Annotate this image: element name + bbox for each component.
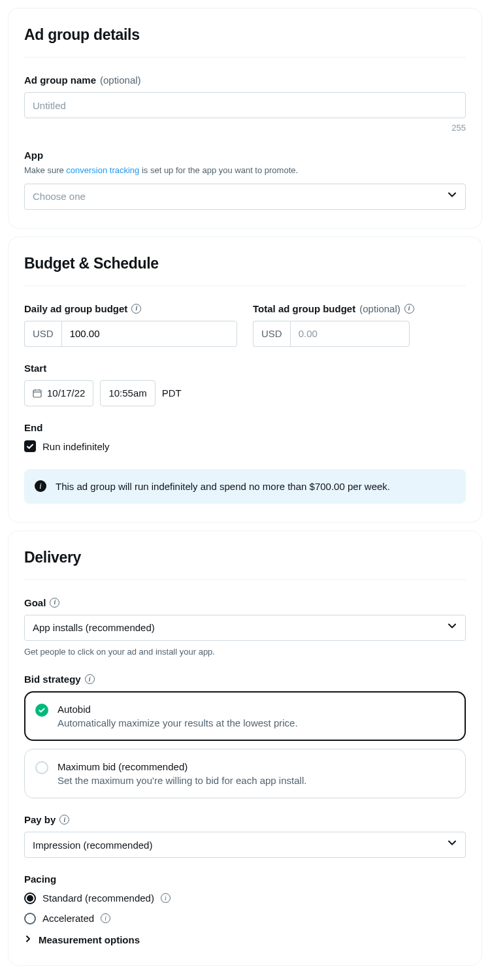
measurement-options-label: Measurement options [39,933,140,947]
end-field: End Run indefinitely [24,421,466,453]
ad-group-name-input[interactable] [33,93,457,118]
app-select-placeholder: Choose one [33,189,86,203]
chevron-down-icon [447,189,457,204]
info-icon[interactable]: i [101,913,110,923]
app-helper: Make sure conversion tracking is set up … [24,165,466,176]
daily-budget-field: Daily ad group budget i USD [24,302,237,347]
pacing-option-label: Standard (recommended) [42,891,154,905]
calendar-icon [33,389,42,398]
char-count: 255 [24,122,466,134]
timezone-label: PDT [162,386,182,400]
start-time-value: 10:55am [108,386,146,400]
run-indefinitely-checkbox[interactable] [24,440,36,452]
info-icon[interactable]: i [161,893,171,903]
run-indefinitely-label: Run indefinitely [42,440,110,453]
total-budget-input[interactable] [290,321,410,347]
info-icon[interactable]: i [404,304,414,314]
start-date-value: 10/17/22 [47,386,85,400]
info-icon[interactable]: i [50,598,59,608]
app-field: App Make sure conversion tracking is set… [24,148,466,209]
goal-select-value: App installs (recommended) [33,621,155,634]
start-label: Start [24,361,46,375]
pacing-option-label: Accelerated [42,911,94,925]
daily-budget-input[interactable] [61,321,237,347]
bid-option-sub: Set the maximum you're willing to bid fo… [57,774,306,787]
conversion-tracking-link[interactable]: conversion tracking [66,165,139,175]
bid-option-sub: Automatically maximize your results at t… [57,716,298,730]
optional-label: (optional) [359,302,400,316]
delivery-title: Delivery [24,547,466,568]
run-indefinitely-row[interactable]: Run indefinitely [24,440,466,453]
chevron-right-icon [24,934,32,947]
budget-schedule-card: Budget & Schedule Daily ad group budget … [8,237,482,523]
total-budget-input-wrap: USD [253,321,410,347]
app-label: App [24,148,43,162]
radio-selected-icon [24,892,36,904]
ad-group-name-input-wrap [24,92,466,118]
radio-empty-icon [24,913,36,924]
currency-prefix: USD [24,321,61,347]
pay-by-value: Impression (recommended) [33,838,152,852]
goal-desc: Get people to click on your ad and insta… [24,646,466,658]
pay-by-label: Pay by [24,813,56,826]
bid-strategy-label: Bid strategy [24,672,81,686]
end-label: End [24,421,42,434]
budget-notice: i This ad group will run indefinitely an… [24,469,466,504]
budget-schedule-title: Budget & Schedule [24,253,466,274]
info-icon[interactable]: i [85,674,95,684]
bid-option-maxbid[interactable]: Maximum bid (recommended) Set the maximu… [24,749,466,798]
check-circle-icon [35,704,48,717]
pacing-label: Pacing [24,872,56,886]
daily-budget-input-wrap: USD [24,321,237,347]
pacing-field: Pacing Standard (recommended) i Accelera… [24,872,466,925]
ad-group-details-card: Ad group details Ad group name (optional… [8,8,482,229]
start-time-input[interactable]: 10:55am [100,380,155,406]
budget-row: Daily ad group budget i USD Total ad gro… [24,302,466,347]
ad-group-name-label: Ad group name [24,73,96,87]
goal-field: Goal i App installs (recommended) Get pe… [24,596,466,658]
app-select[interactable]: Choose one [24,184,466,210]
currency-prefix: USD [253,321,290,347]
ad-group-name-field: Ad group name (optional) 255 [24,73,466,134]
budget-notice-text: This ad group will run indefinitely and … [56,480,390,493]
chevron-down-icon [447,838,457,852]
pacing-option-accelerated[interactable]: Accelerated i [24,911,466,925]
total-budget-field: Total ad group budget (optional) i USD [253,302,466,347]
goal-select[interactable]: App installs (recommended) [24,615,466,641]
total-budget-label: Total ad group budget [253,302,355,316]
goal-label: Goal [24,596,46,610]
divider [24,286,466,286]
pacing-option-standard[interactable]: Standard (recommended) i [24,891,466,905]
info-icon[interactable]: i [131,304,141,314]
optional-label: (optional) [100,73,141,87]
ad-group-details-title: Ad group details [24,24,466,45]
start-date-input[interactable]: 10/17/22 [24,380,93,406]
bid-option-title: Maximum bid (recommended) [57,760,306,774]
bid-option-autobid[interactable]: Autobid Automatically maximize your resu… [24,691,466,741]
radio-empty-icon [35,761,48,774]
measurement-options-toggle[interactable]: Measurement options [24,933,466,947]
delivery-card: Delivery Goal i App installs (recommende… [8,531,482,966]
pay-by-field: Pay by i Impression (recommended) [24,813,466,858]
svg-rect-0 [33,390,41,397]
daily-budget-label: Daily ad group budget [24,302,127,316]
info-filled-icon: i [35,480,46,492]
start-field: Start 10/17/22 10:55am PDT [24,361,466,406]
divider [24,57,466,57]
bid-option-title: Autobid [57,702,298,716]
chevron-down-icon [447,621,457,635]
divider [24,580,466,580]
bid-strategy-field: Bid strategy i Autobid Automatically max… [24,672,466,798]
info-icon[interactable]: i [59,815,69,825]
pay-by-select[interactable]: Impression (recommended) [24,832,466,858]
